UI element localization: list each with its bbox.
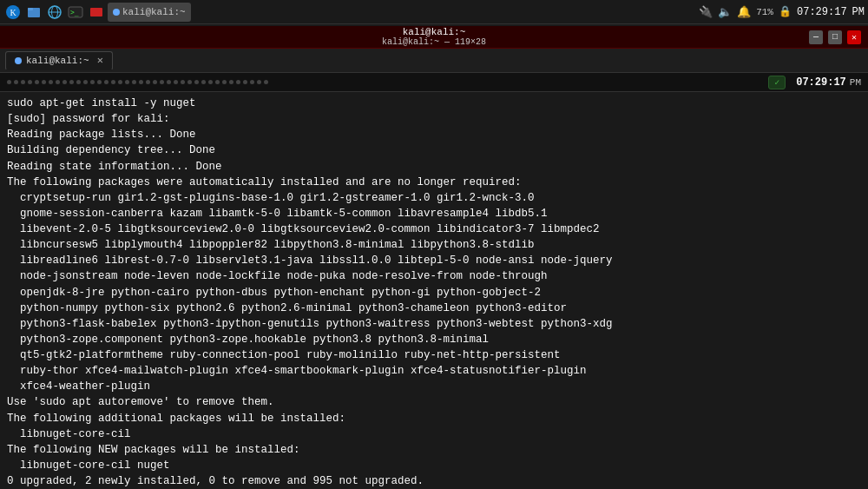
- tab-active-dot: [15, 57, 22, 64]
- terminal-line: libnuget-core-cil nuget: [7, 458, 861, 473]
- timing-dot: [125, 80, 129, 84]
- terminal-taskbar-icon[interactable]: >_: [66, 3, 85, 22]
- tab-label: kali@kali:~: [26, 56, 89, 66]
- terminal-content[interactable]: sudo apt-get install -y nuget[sudo] pass…: [0, 92, 868, 489]
- timing-dot: [250, 80, 254, 84]
- terminal-line: node-jsonstream node-leven node-lockfile…: [7, 268, 861, 284]
- battery-indicator: 71%: [756, 7, 773, 17]
- timing-dot: [243, 80, 247, 84]
- terminal-line: xfce4-weather-plugin: [7, 379, 861, 394]
- timing-dot: [229, 80, 233, 84]
- svg-text:>_: >_: [70, 9, 79, 17]
- terminal-line: python3-zope.component python3-zope.hook…: [7, 332, 861, 347]
- terminal-line: ruby-thor xfce4-mailwatch-plugin xfce4-s…: [7, 363, 861, 379]
- terminal-line: python3-flask-babelex python3-ipython-ge…: [7, 316, 861, 332]
- timing-dot: [222, 80, 227, 84]
- timing-time-container: 07:29:17 PM: [796, 76, 861, 89]
- timing-dot: [21, 80, 25, 84]
- terminal-line: 0 upgraded, 2 newly installed, 0 to remo…: [7, 473, 861, 489]
- timing-dot: [97, 80, 102, 84]
- timing-dot: [35, 80, 39, 84]
- maximize-button[interactable]: □: [828, 30, 842, 44]
- title-bar-center: kali@kali:~ kali@kali:~ — 119×28: [382, 27, 486, 47]
- minimize-button[interactable]: —: [809, 30, 823, 44]
- timing-dot: [215, 80, 220, 84]
- terminal-line: libnuget-core-cil: [7, 426, 861, 442]
- title-bar: kali@kali:~ kali@kali:~ — 119×28 — □ ✕: [0, 26, 868, 49]
- close-button[interactable]: ✕: [847, 30, 861, 44]
- terminal-line: Reading state information... Done: [7, 159, 861, 175]
- terminal-tab[interactable]: kali@kali:~ ✕: [5, 51, 113, 70]
- svg-rect-3: [28, 8, 33, 10]
- lock-icon: 🔒: [779, 5, 792, 18]
- terminal-line: sudo apt-get install -y nuget: [7, 96, 861, 111]
- timing-dot: [139, 80, 143, 84]
- timing-dot: [56, 80, 60, 84]
- timing-dot: [104, 80, 108, 84]
- browser-icon[interactable]: [45, 3, 64, 22]
- taskbar-ampm: PM: [852, 6, 865, 18]
- timing-dot: [181, 80, 185, 84]
- timing-dot: [118, 80, 122, 84]
- timing-dot: [111, 80, 115, 84]
- terminal-line: Use 'sudo apt autoremove' to remove them…: [7, 394, 861, 410]
- timing-dot: [42, 80, 46, 84]
- timing-dot: [132, 80, 136, 84]
- timing-dot: [7, 80, 11, 84]
- terminal-line: openjdk-8-jre python-cairo python-dbus p…: [7, 285, 861, 301]
- timing-dot: [174, 80, 178, 84]
- tab-indicator: [113, 9, 120, 16]
- timing-dot: [194, 80, 199, 84]
- title-bar-controls: — □ ✕: [809, 30, 861, 44]
- timing-dot: [160, 80, 164, 84]
- timing-dot: [83, 80, 88, 84]
- timing-dot: [146, 80, 150, 84]
- terminal-line: The following additional packages will b…: [7, 411, 861, 426]
- tab-close-button[interactable]: ✕: [97, 54, 103, 67]
- timing-dot: [187, 80, 192, 84]
- timing-dot: [62, 80, 67, 84]
- timing-check-indicator: ✓: [768, 76, 786, 89]
- timing-bar: ✓ 07:29:17 PM: [0, 73, 868, 92]
- window-subtitle: kali@kali:~ — 119×28: [382, 37, 486, 47]
- timing-dot: [14, 80, 18, 84]
- kali-logo-icon[interactable]: K: [3, 3, 23, 22]
- svg-rect-9: [90, 8, 102, 17]
- timing-dot: [69, 80, 74, 84]
- volume-icon: 🔈: [718, 5, 732, 19]
- taskbar-left: K >_: [3, 3, 191, 22]
- check-icon: ✓: [774, 77, 779, 88]
- terminal-app-label: kali@kali:~: [122, 7, 186, 17]
- terminal-line: gnome-session-canberra kazam libamtk-5-0…: [7, 206, 861, 221]
- terminal-line: The following NEW packages will be insta…: [7, 442, 861, 458]
- terminal-line: Building dependency tree... Done: [7, 142, 861, 158]
- timing-ampm-display: PM: [850, 77, 861, 88]
- terminal-line: The following packages were automaticall…: [7, 175, 861, 190]
- red-box-icon[interactable]: [87, 3, 106, 22]
- window-title: kali@kali:~: [403, 27, 466, 37]
- timing-dot: [90, 80, 95, 84]
- terminal-line: [sudo] password for kali:: [7, 111, 861, 127]
- timing-dot: [236, 80, 240, 84]
- terminal-app-tab[interactable]: kali@kali:~: [108, 3, 191, 22]
- notification-icon: 🔔: [737, 5, 751, 19]
- tab-bar: kali@kali:~ ✕: [0, 49, 868, 73]
- timing-dot: [167, 80, 171, 84]
- timing-dot: [264, 80, 268, 84]
- terminal-line: libreadline6 librest-0.7-0 libservlet3.1…: [7, 253, 861, 268]
- network-icon: 🔌: [699, 5, 713, 19]
- timing-dot: [153, 80, 157, 84]
- taskbar-time: 07:29:17: [797, 6, 847, 18]
- timing-dot: [28, 80, 32, 84]
- terminal-line: Reading package lists... Done: [7, 127, 861, 142]
- timing-dot: [49, 80, 53, 84]
- taskbar: K >_: [0, 0, 868, 24]
- terminal-line: cryptsetup-run gir1.2-gst-plugins-base-1…: [7, 190, 861, 206]
- terminal-line: qt5-gtk2-platformtheme ruby-connection-p…: [7, 347, 861, 363]
- file-manager-icon[interactable]: [24, 3, 43, 22]
- timing-dot: [76, 80, 81, 84]
- svg-text:K: K: [10, 8, 16, 17]
- terminal-line: libevent-2.0-5 libgtksourceview2.0-0 lib…: [7, 221, 861, 237]
- terminal-line: python-numpy python-six python2.6 python…: [7, 301, 861, 316]
- terminal-line: libncursesw5 libplymouth4 libpoppler82 l…: [7, 237, 861, 253]
